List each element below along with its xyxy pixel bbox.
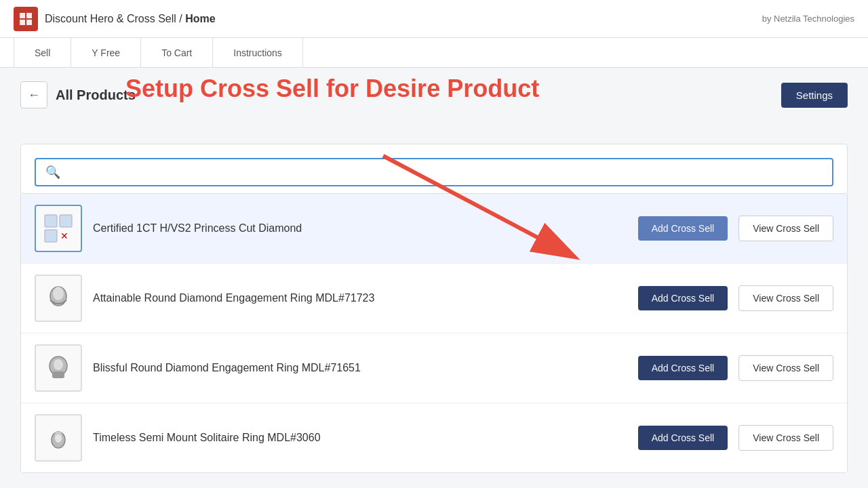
product-name-3: Blissful Round Diamond Engagement Ring M… bbox=[93, 362, 627, 374]
svg-point-9 bbox=[53, 287, 64, 300]
nav-tabs: Sell Y Free To Cart Instructions bbox=[0, 38, 868, 68]
tab-y-free[interactable]: Y Free bbox=[71, 38, 141, 68]
view-cross-sell-button-3[interactable]: View Cross Sell bbox=[738, 355, 833, 381]
tab-to-cart[interactable]: To Cart bbox=[141, 38, 213, 68]
table-row: Timeless Semi Mount Solitaire Ring MDL#3… bbox=[21, 403, 847, 472]
header: Discount Hero & Cross Sell / Home by Net… bbox=[0, 0, 868, 38]
svg-rect-1 bbox=[26, 13, 32, 18]
add-cross-sell-button-1[interactable]: Add Cross Sell bbox=[638, 216, 728, 241]
svg-rect-11 bbox=[52, 371, 64, 378]
product-image-2 bbox=[35, 274, 82, 322]
svg-rect-5 bbox=[60, 215, 72, 227]
svg-rect-3 bbox=[26, 20, 32, 25]
header-left: Discount Hero & Cross Sell / Home bbox=[14, 7, 216, 31]
back-button[interactable]: ← bbox=[20, 81, 47, 108]
svg-point-12 bbox=[54, 359, 63, 370]
table-row: ✕ Certified 1CT H/VS2 Princess Cut Diamo… bbox=[21, 194, 847, 264]
products-list: ✕ Certified 1CT H/VS2 Princess Cut Diamo… bbox=[20, 194, 848, 473]
product-image-4 bbox=[35, 414, 82, 462]
product-image-3 bbox=[35, 344, 82, 392]
svg-rect-0 bbox=[20, 13, 25, 18]
table-row: Attainable Round Diamond Engagement Ring… bbox=[21, 264, 847, 333]
content-area: Setup Cross Sell for Desire Product ← Al… bbox=[0, 68, 868, 487]
header-by: by Netzila Technologies bbox=[762, 14, 854, 24]
add-cross-sell-button-4[interactable]: Add Cross Sell bbox=[638, 426, 728, 450]
search-icon: 🔍 bbox=[45, 165, 60, 180]
search-box: 🔍 bbox=[35, 158, 833, 186]
view-cross-sell-button-4[interactable]: View Cross Sell bbox=[738, 425, 833, 451]
page-title: All Products bbox=[56, 87, 136, 103]
svg-rect-2 bbox=[20, 20, 25, 25]
add-cross-sell-button-2[interactable]: Add Cross Sell bbox=[638, 286, 728, 310]
app-logo bbox=[14, 7, 38, 31]
tab-instructions[interactable]: Instructions bbox=[213, 38, 303, 68]
view-cross-sell-button-2[interactable]: View Cross Sell bbox=[738, 285, 833, 311]
page-top-row: ← All Products Settings bbox=[20, 81, 848, 108]
svg-text:✕: ✕ bbox=[60, 230, 68, 241]
product-name-4: Timeless Semi Mount Solitaire Ring MDL#3… bbox=[93, 432, 627, 444]
tab-sell[interactable]: Sell bbox=[14, 38, 71, 68]
search-input[interactable] bbox=[66, 167, 823, 178]
header-title: Discount Hero & Cross Sell / Home bbox=[45, 13, 216, 25]
product-image-1: ✕ bbox=[35, 205, 82, 252]
svg-point-15 bbox=[55, 434, 62, 443]
settings-button[interactable]: Settings bbox=[781, 83, 848, 108]
table-row: Blissful Round Diamond Engagement Ring M… bbox=[21, 333, 847, 403]
product-name-2: Attainable Round Diamond Engagement Ring… bbox=[93, 292, 627, 304]
search-container: 🔍 bbox=[20, 144, 848, 194]
view-cross-sell-button-1[interactable]: View Cross Sell bbox=[738, 216, 833, 241]
svg-rect-6 bbox=[45, 230, 57, 242]
page-wrapper: Discount Hero & Cross Sell / Home by Net… bbox=[0, 0, 868, 488]
svg-rect-4 bbox=[45, 215, 57, 227]
add-cross-sell-button-3[interactable]: Add Cross Sell bbox=[638, 356, 728, 380]
product-name-1: Certified 1CT H/VS2 Princess Cut Diamond bbox=[93, 222, 627, 235]
